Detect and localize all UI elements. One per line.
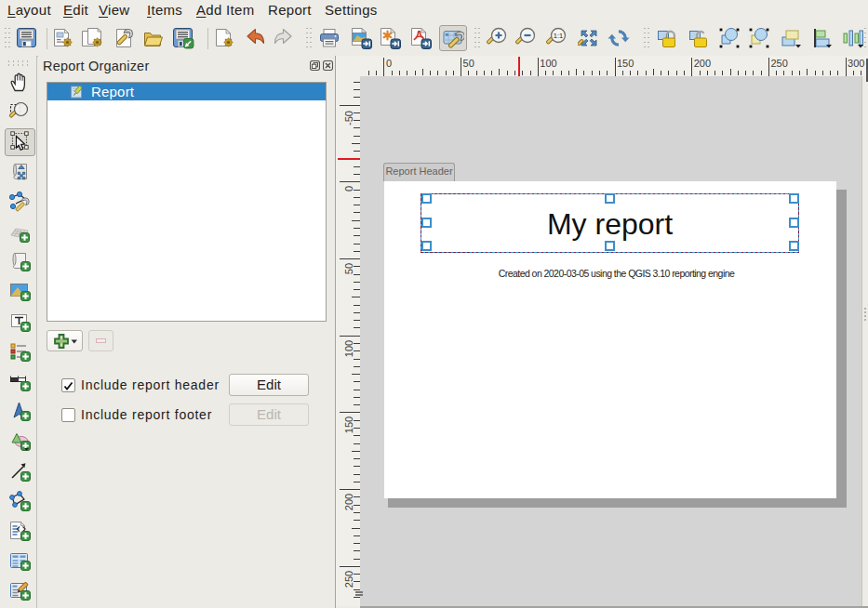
svg-text:1:1: 1:1 bbox=[554, 32, 563, 40]
